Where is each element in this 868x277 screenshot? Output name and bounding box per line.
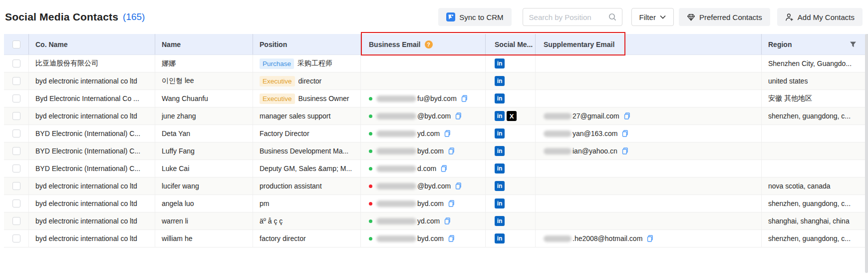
linkedin-icon[interactable]: in bbox=[495, 198, 505, 208]
linkedin-icon[interactable]: in bbox=[495, 146, 505, 156]
cell-select bbox=[4, 142, 29, 160]
copy-icon[interactable] bbox=[460, 94, 468, 102]
person-add-icon bbox=[785, 13, 794, 22]
linkedin-icon[interactable]: in bbox=[495, 128, 505, 138]
cell-position: Factory Director bbox=[253, 125, 361, 142]
filter-funnel-icon[interactable] bbox=[850, 41, 857, 48]
contact-name: lucifer wang bbox=[162, 182, 199, 190]
row-checkbox[interactable] bbox=[12, 112, 20, 120]
region-text: shanghai, shanghai, china bbox=[768, 217, 850, 225]
select-all-checkbox[interactable] bbox=[12, 40, 20, 48]
contact-name: 이인형 lee bbox=[162, 76, 194, 86]
cell-company: byd electronic international co ltd bbox=[29, 72, 155, 90]
cell-select bbox=[4, 90, 29, 107]
add-my-contacts-button[interactable]: Add My Contacts bbox=[777, 8, 863, 26]
help-icon[interactable]: ? bbox=[425, 40, 433, 48]
contact-name: Luffy Fang bbox=[162, 147, 195, 155]
copy-icon[interactable] bbox=[454, 112, 462, 120]
sync-to-crm-button[interactable]: Sync to CRM bbox=[438, 8, 511, 26]
email-status-dot bbox=[369, 220, 372, 223]
cell-select bbox=[4, 108, 29, 124]
cell-business-email bbox=[361, 72, 486, 90]
row-checkbox[interactable] bbox=[12, 200, 20, 208]
copy-icon[interactable] bbox=[622, 112, 630, 120]
cell-region bbox=[762, 142, 868, 160]
table-row: byd electronic international co ltdlucif… bbox=[4, 178, 868, 195]
linkedin-icon[interactable]: in bbox=[495, 76, 505, 86]
preferred-contacts-button[interactable]: Preferred Contacts bbox=[679, 8, 770, 26]
row-checkbox[interactable] bbox=[12, 94, 20, 102]
row-checkbox[interactable] bbox=[12, 130, 20, 138]
email-status-dot bbox=[369, 97, 372, 100]
x-icon[interactable]: X bbox=[507, 111, 517, 121]
cell-select bbox=[4, 160, 29, 177]
filter-button[interactable]: Filter bbox=[631, 8, 674, 26]
cell-business-email: byd.com bbox=[361, 142, 486, 160]
linkedin-icon[interactable]: in bbox=[495, 234, 505, 244]
row-checkbox[interactable] bbox=[12, 77, 20, 85]
supp-email-suffix: .he2008@hotmail.com bbox=[573, 234, 642, 242]
cell-region: 安徽 其他地区 bbox=[762, 90, 868, 107]
cell-name: Luke Cai bbox=[155, 160, 253, 177]
header-position: Position bbox=[253, 34, 361, 54]
supp-email-suffix: yan@163.com bbox=[573, 130, 617, 138]
position-text: production assistant bbox=[260, 182, 322, 190]
region-text: 安徽 其他地区 bbox=[768, 94, 812, 103]
cell-company: BYD Electronic (International) C... bbox=[29, 125, 155, 142]
redacted-text bbox=[376, 113, 416, 120]
copy-icon[interactable] bbox=[443, 130, 451, 138]
copy-icon[interactable] bbox=[447, 200, 455, 208]
copy-icon[interactable] bbox=[645, 234, 653, 242]
copy-icon[interactable] bbox=[620, 130, 628, 138]
supp-email-suffix: 27@gmail.com bbox=[573, 112, 619, 120]
copy-icon[interactable] bbox=[443, 217, 451, 225]
search-by-position-box bbox=[523, 8, 622, 26]
row-checkbox[interactable] bbox=[12, 234, 20, 242]
row-checkbox[interactable] bbox=[12, 60, 20, 68]
linkedin-icon[interactable]: in bbox=[495, 111, 505, 121]
cell-supplementary-email bbox=[536, 72, 762, 90]
linkedin-icon[interactable]: in bbox=[495, 58, 505, 68]
page-title: Social Media Contacts bbox=[5, 11, 118, 23]
cell-select bbox=[4, 55, 29, 72]
linkedin-icon[interactable]: in bbox=[495, 94, 505, 104]
email-suffix: @byd.com bbox=[417, 112, 451, 120]
header-supplementary-email: Supplementary Email bbox=[536, 34, 762, 54]
cell-name: angela luo bbox=[155, 195, 253, 212]
row-checkbox[interactable] bbox=[12, 217, 20, 225]
cell-region: shanghai, shanghai, china bbox=[762, 212, 868, 230]
supp-email-suffix: ian@yahoo.cn bbox=[573, 147, 617, 155]
copy-icon[interactable] bbox=[454, 182, 462, 190]
search-input[interactable] bbox=[529, 13, 608, 22]
cell-supplementary-email: ian@yahoo.cn bbox=[536, 142, 762, 160]
table-row: byd electronic international co ltd이인형 l… bbox=[4, 72, 868, 90]
copy-icon[interactable] bbox=[447, 147, 455, 155]
contact-name: 娜娜 bbox=[162, 59, 176, 68]
linkedin-icon[interactable]: in bbox=[495, 216, 505, 226]
row-checkbox[interactable] bbox=[12, 164, 20, 172]
row-checkbox[interactable] bbox=[12, 182, 20, 190]
linkedin-icon[interactable]: in bbox=[495, 164, 505, 174]
cell-business-email: yd.com bbox=[361, 125, 486, 142]
company-name: Byd Electronic International Co ... bbox=[35, 94, 139, 102]
copy-icon[interactable] bbox=[439, 164, 447, 172]
vertical-scrollbar[interactable] bbox=[865, 34, 868, 273]
cell-company: byd electronic international co ltd bbox=[29, 212, 155, 230]
email-status-dot bbox=[369, 237, 372, 240]
company-name: byd electronic international co ltd bbox=[35, 182, 137, 190]
table-row: byd electronic international co ltdwarre… bbox=[4, 212, 868, 230]
cell-company: Byd Electronic International Co ... bbox=[29, 90, 155, 107]
linkedin-icon[interactable]: in bbox=[495, 181, 505, 191]
cell-supplementary-email bbox=[536, 90, 762, 107]
search-icon[interactable] bbox=[608, 12, 617, 22]
cell-social-media: in bbox=[486, 212, 536, 230]
header-name: Name bbox=[155, 34, 253, 54]
cell-select bbox=[4, 72, 29, 90]
cell-supplementary-email: .he2008@hotmail.com bbox=[536, 230, 762, 247]
table-row: 比亚迪股份有限公司娜娜Purchase采购工程师inShenzhen City,… bbox=[4, 55, 868, 72]
copy-icon[interactable] bbox=[620, 147, 628, 155]
copy-icon[interactable] bbox=[447, 234, 455, 242]
cell-position: factory director bbox=[253, 230, 361, 247]
cell-name: Wang Chuanfu bbox=[155, 90, 253, 107]
row-checkbox[interactable] bbox=[12, 147, 20, 155]
